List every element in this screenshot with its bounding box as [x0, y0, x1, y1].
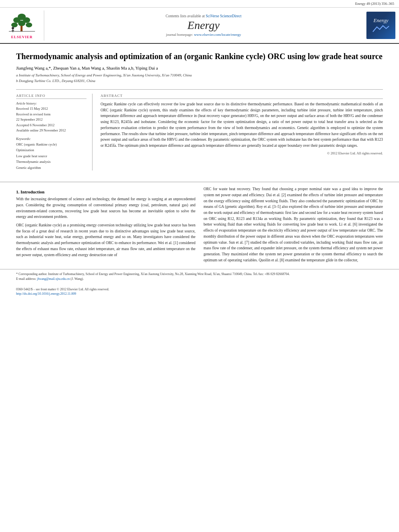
abstract-title: ABSTRACT — [101, 94, 383, 99]
body-left: 1. Introduction With the increasing deve… — [16, 186, 195, 265]
journal-logo-right: Energy — [363, 10, 399, 41]
accepted-date: Accepted 6 November 2012 — [16, 123, 86, 128]
footnote-corresponding: * Corresponding author. Institute of Tur… — [16, 272, 383, 277]
footnote-email: E-mail address: jfwang@mail.xjtu.edu.cn … — [16, 277, 383, 282]
article-history: Article history: Received 15 May 2012 Re… — [16, 101, 86, 134]
journal-ref-text: Energy 49 (2013) 356–365 — [355, 2, 394, 6]
affiliation-b: b Dongfang Turbine Co. LTD., Deyang 6182… — [16, 78, 383, 84]
article-info-col: ARTICLE INFO Article history: Received 1… — [16, 94, 93, 170]
history-label: Article history: — [16, 101, 86, 105]
corresponding-text: author. Institute of Turbomachinery, Sch… — [39, 272, 290, 276]
energy-logo-graphic — [371, 24, 391, 34]
sciverse-text: Contents lists available at SciVerse Sci… — [52, 14, 355, 18]
received-revised-label: Received in revised form — [16, 112, 86, 117]
corresponding-label: * Corresponding — [16, 272, 38, 276]
article-info-abstract: ARTICLE INFO Article history: Received 1… — [16, 89, 383, 170]
journal-header: ELSEVIER Contents lists available at Sci… — [0, 8, 399, 44]
keyword-4: Thermodynamic analysis — [16, 159, 86, 164]
section1-heading: 1. Introduction — [16, 189, 195, 194]
section-divider — [0, 182, 399, 182]
elsevier-logo-svg — [5, 12, 39, 34]
journal-homepage-link[interactable]: www.elsevier.com/locate/energy — [194, 33, 241, 37]
svg-point-5 — [18, 21, 25, 26]
energy-logo-box: Energy — [366, 12, 395, 39]
body-right-para1: ORC for waste heat recovery. They found … — [204, 186, 383, 263]
footnote-area: * Corresponding author. Institute of Tur… — [0, 269, 399, 283]
elsevier-brand: ELSEVIER — [11, 35, 33, 39]
journal-reference: Energy 49 (2013) 356–365 — [0, 0, 399, 8]
keyword-3: Low grade heat source — [16, 153, 86, 159]
article-content: Thermodynamic analysis and optimization … — [0, 44, 399, 179]
body-para1: With the increasing development of scien… — [16, 196, 195, 220]
email-label: E-mail address: — [16, 277, 36, 281]
svg-point-6 — [26, 23, 32, 27]
svg-rect-7 — [21, 26, 23, 31]
email-link[interactable]: jfwang@mail.xjtu.edu.cn — [37, 277, 70, 281]
doi-link[interactable]: http://dx.doi.org/10.1016/j.energy.2012.… — [16, 292, 76, 296]
abstract-col: ABSTRACT Organic Rankine cycle can effec… — [101, 94, 383, 170]
authors: Jiangfeng Wang a,*, Zhequan Yan a, Man W… — [16, 66, 383, 70]
keyword-1: ORC (organic Rankine cycle) — [16, 142, 86, 147]
svg-point-9 — [12, 27, 14, 29]
journal-name: Energy — [52, 19, 355, 32]
svg-point-4 — [11, 23, 18, 27]
received-date: Received 15 May 2012 — [16, 106, 86, 112]
issn-text: 0360-5442/$ – see front matter © 2012 El… — [16, 288, 383, 291]
copyright: © 2012 Elsevier Ltd. All rights reserved… — [101, 151, 383, 155]
journal-homepage: journal homepage: www.elsevier.com/locat… — [52, 33, 355, 37]
keywords-block: Keywords: ORC (organic Rankine cycle) Op… — [16, 137, 86, 170]
received-revised-date: 22 September 2012 — [16, 117, 86, 123]
affiliations: a Institute of Turbomachinery, School of… — [16, 73, 383, 84]
keyword-5: Genetic algorithm — [16, 165, 86, 170]
keyword-2: Optimization — [16, 147, 86, 153]
journal-center: Contents lists available at SciVerse Sci… — [44, 12, 363, 38]
available-date: Available online 29 November 2012 — [16, 128, 86, 134]
energy-logo-text: Energy — [373, 17, 388, 24]
sciverse-link[interactable]: SciVerse ScienceDirect — [206, 14, 241, 18]
article-info-title: ARTICLE INFO — [16, 94, 86, 99]
email-note: (J. Wang). — [70, 277, 84, 281]
affiliation-a: a Institute of Turbomachinery, School of… — [16, 73, 383, 78]
bottom-bar: 0360-5442/$ – see front matter © 2012 El… — [0, 286, 399, 297]
keywords-label: Keywords: — [16, 137, 86, 141]
body-para2: ORC (organic Rankine cycle) as a promisi… — [16, 222, 195, 258]
authors-text: Jiangfeng Wang a,*, Zhequan Yan a, Man W… — [16, 66, 158, 70]
elsevier-logo: ELSEVIER — [0, 10, 44, 41]
body-right: ORC for waste heat recovery. They found … — [204, 186, 383, 265]
abstract-text: Organic Rankine cycle can effectively re… — [101, 101, 383, 149]
article-title: Thermodynamic analysis and optimization … — [16, 51, 383, 62]
body-content: 1. Introduction With the increasing deve… — [0, 186, 399, 265]
